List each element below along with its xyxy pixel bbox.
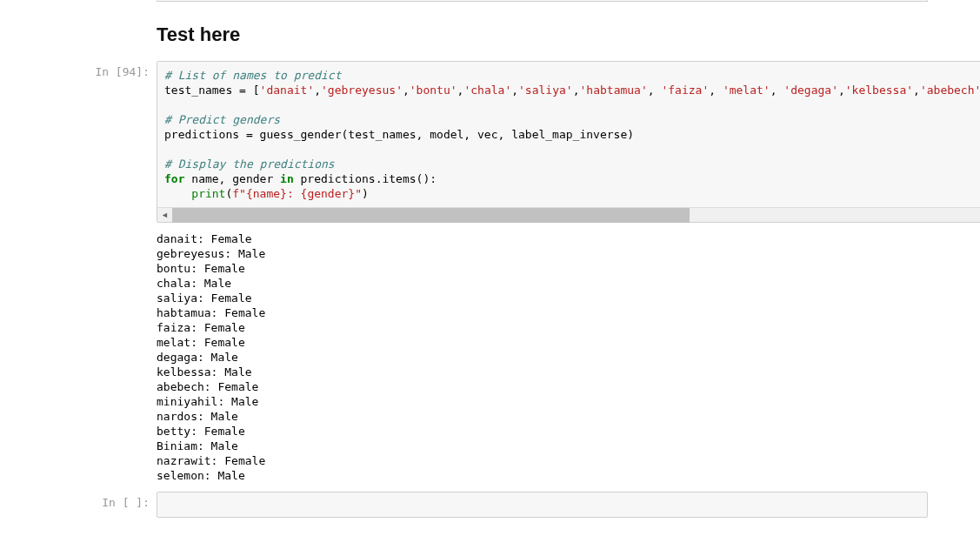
code-fexpr2: {gender} xyxy=(301,187,356,200)
code-cell-94-content: # List of names to predict test_names = … xyxy=(157,61,980,223)
code-names-list: 'danait','gebreyesus','bontu','chala','s… xyxy=(260,84,980,97)
code-fprefix: f" xyxy=(232,187,246,200)
output-cell-94: danait: Female gebreyesus: Male bontu: F… xyxy=(0,224,980,490)
output-text-94: danait: Female gebreyesus: Male bontu: F… xyxy=(157,224,928,490)
code-comment: # Predict genders xyxy=(164,113,280,126)
code-cell-94[interactable]: In [94]: # List of names to predict test… xyxy=(0,61,980,223)
empty-code-cell[interactable]: In [ ]: xyxy=(0,492,980,518)
markdown-header: Test here xyxy=(157,23,928,46)
empty-code-input[interactable] xyxy=(157,492,928,518)
code-indent xyxy=(164,187,191,200)
prev-cell-bottom-border xyxy=(157,0,928,2)
code-print: print xyxy=(191,187,225,200)
scrollbar-arrow-left-icon[interactable]: ◄ xyxy=(157,208,172,223)
code-for-iter: predictions.items(): xyxy=(294,172,437,185)
horizontal-scrollbar[interactable]: ◄ ► xyxy=(157,207,980,222)
markdown-prompt xyxy=(0,15,157,59)
code-comment: # List of names to predict xyxy=(164,69,342,82)
markdown-content: Test here xyxy=(157,15,928,59)
code-for-vars: name, gender xyxy=(184,172,280,185)
code-fexpr: {name} xyxy=(246,187,287,200)
output-prompt-94 xyxy=(0,224,157,490)
scrollbar-thumb[interactable] xyxy=(172,208,690,223)
code-block-94[interactable]: # List of names to predict test_names = … xyxy=(157,62,980,207)
code-eq: = [ xyxy=(232,84,259,97)
code-var: test_names xyxy=(164,84,232,97)
notebook-container: Test here In [94]: # List of names to pr… xyxy=(0,0,980,518)
empty-cell-content xyxy=(157,492,928,518)
code-input-area-94[interactable]: # List of names to predict test_names = … xyxy=(157,61,980,223)
code-comment: # Display the predictions xyxy=(164,157,335,171)
output-content-94: danait: Female gebreyesus: Male bontu: F… xyxy=(157,224,928,490)
code-fcolon: : xyxy=(287,187,301,200)
code-for-kw: for xyxy=(164,172,184,185)
input-prompt-empty: In [ ]: xyxy=(0,492,157,518)
code-call: = guess_gender(test_names, model, vec, l… xyxy=(239,128,634,141)
code-fclose: " xyxy=(355,187,362,200)
code-in-kw: in xyxy=(280,172,294,185)
markdown-cell[interactable]: Test here xyxy=(0,15,980,59)
code-pclose: ) xyxy=(362,187,369,200)
code-var: predictions xyxy=(164,128,239,141)
input-prompt-94: In [94]: xyxy=(0,61,157,223)
